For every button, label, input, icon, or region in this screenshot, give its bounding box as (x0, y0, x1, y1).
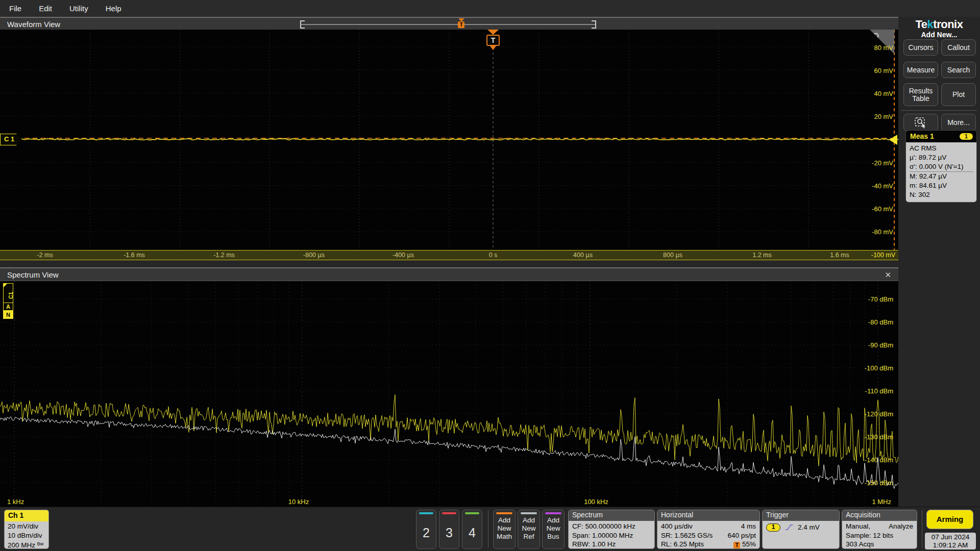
dbm-axis-label: -120 dBm (852, 410, 893, 418)
close-icon[interactable]: ✕ (885, 270, 891, 280)
dbm-axis-label: -150 dBm (852, 479, 893, 487)
spectrum-c1-flag: C1 (3, 283, 13, 303)
rising-edge-icon (785, 523, 793, 531)
spectrum-view-title: Spectrum View (7, 270, 59, 279)
x-axis-label: 400 µs (573, 252, 593, 259)
spectrum-plot[interactable]: C1 A N -70 dBm -80 dBm -90 dBm -100 dBm … (0, 281, 898, 507)
add-new-ref-button[interactable]: AddNewRef (518, 510, 540, 549)
x-axis-label: 1.2 ms (752, 252, 772, 259)
y-axis-label: 80 mV (852, 44, 893, 52)
cursors-button[interactable]: Cursors (903, 39, 938, 56)
waveform-trace-svg (0, 30, 898, 250)
meas1-count: N: 302 (910, 190, 973, 199)
horizontal-panel-body: 400 µs/div4 ms SR: 1.5625 GS/s640 ps/pt … (657, 521, 760, 549)
channel-3-button[interactable]: 3 (439, 510, 459, 549)
record-view-minimap[interactable]: T (300, 20, 596, 29)
x-axis-label: -1.6 ms (124, 252, 145, 259)
arming-status-button[interactable]: Arming (926, 510, 973, 529)
acquisition-settings-badge[interactable]: Acquisition Manual,Analyze Sample: 12 bi… (842, 510, 917, 549)
more-button[interactable]: More... (941, 114, 976, 131)
trigger-panel-body: 1 2.4 mV (763, 521, 839, 549)
channel-2-color-stripe (419, 512, 433, 514)
spectrum-view-titlebar: Spectrum View ✕ (0, 267, 898, 281)
y-axis-label: 40 mV (852, 90, 893, 97)
dbm-axis-label: -110 dBm (852, 387, 893, 395)
meas1-type: AC RMS (910, 144, 973, 153)
acquisition-panel-body: Manual,Analyze Sample: 12 bits 303 Acqs (842, 521, 917, 549)
x-axis-label: -400 µs (393, 252, 414, 259)
menu-help[interactable]: Help (106, 4, 121, 13)
menu-edit[interactable]: Edit (39, 4, 52, 13)
right-sidebar: Tektronix Add New... Cursors Callout Mea… (898, 17, 980, 507)
results-table-button[interactable]: Results Table (903, 83, 938, 106)
minimap-trigger-icon[interactable]: T (457, 18, 466, 28)
freq-axis-label: 10 kHz (288, 498, 309, 506)
x-axis-label: 800 µs (663, 252, 682, 259)
measure-button[interactable]: Measure (903, 62, 938, 78)
add-new-math-button[interactable]: AddNewMath (493, 510, 516, 549)
trigger-source-badge: 1 (766, 523, 780, 532)
spectrum-settings-badge[interactable]: Spectrum CF: 500.000000 kHz Span: 1.0000… (568, 510, 655, 549)
channel-1-settings-badge[interactable]: Ch 1 20 mV/div 10 dBm/div 200 MHz Bw (4, 510, 49, 549)
average-trace-badge[interactable]: A (3, 303, 13, 311)
meas1-title: Meas 1 (910, 132, 934, 140)
y-axis-label: -40 mV (852, 182, 893, 190)
add-new-bus-button[interactable]: AddNewBus (542, 510, 565, 549)
x-axis-label: 1.6 ms (830, 252, 849, 259)
y-axis-label: -60 mV (852, 205, 893, 213)
waveform-view-title: Waveform View (7, 20, 60, 29)
waveform-plot[interactable]: T C 1 80 mV 60 mV 40 mV 20 mV -20 mV -40… (0, 30, 898, 250)
dbm-axis-label: -100 dBm (852, 364, 893, 372)
acquisition-panel-title: Acquisition (842, 510, 917, 521)
menu-file[interactable]: File (9, 4, 21, 13)
datetime-badge: 07 Jun 2024 1:09:12 AM (925, 533, 976, 549)
channel-4-button[interactable]: 4 (462, 510, 482, 549)
zoom-box-button[interactable] (903, 114, 938, 131)
channel-1-label: Ch 1 (5, 510, 48, 521)
channel-4-color-stripe (465, 512, 479, 514)
bottom-bar: Ch 1 20 mV/div 10 dBm/div 200 MHz Bw 2 3… (0, 507, 980, 551)
meas1-count-pill: 1 (960, 133, 973, 140)
meas1-stddev: σ': 0.000 V (N'=1) (910, 162, 973, 172)
bandwidth-suffix: Bw (37, 541, 44, 546)
freq-axis-label: 1 kHz (7, 498, 24, 506)
menu-utility[interactable]: Utility (69, 4, 88, 13)
meas1-max: M: 92.47 µV (910, 172, 973, 181)
y-axis-label: -80 mV (852, 228, 893, 236)
search-button[interactable]: Search (941, 62, 976, 78)
menu-bar: File Edit Utility Help (0, 0, 980, 17)
normal-trace-badge[interactable]: N (3, 311, 13, 319)
channel-1-level-arrow[interactable] (889, 135, 897, 145)
meas1-badge[interactable]: Meas 1 1 AC RMS µ': 89.72 µV σ': 0.000 V… (905, 130, 977, 203)
date-label: 07 Jun 2024 (925, 533, 976, 541)
minimap-line (301, 24, 595, 25)
x-axis-label: 0 s (489, 252, 498, 259)
y-axis-label: 20 mV (852, 113, 893, 120)
channel-1-settings: 20 mV/div 10 dBm/div 200 MHz Bw (5, 521, 48, 549)
spectrum-channel-badge[interactable]: C1 A N (3, 283, 13, 319)
tektronix-logo: Tektronix (898, 18, 980, 31)
spectrum-trace-svg (0, 281, 898, 507)
trigger-position-marker[interactable]: T (482, 30, 504, 50)
freq-axis-label: 100 kHz (584, 498, 608, 506)
plot-button[interactable]: Plot (941, 83, 976, 106)
freq-axis-label: 1 MHz (872, 498, 891, 506)
meas1-mean: µ': 89.72 µV (910, 153, 973, 162)
spectrum-panel-title: Spectrum (569, 510, 654, 521)
dbm-axis-label: -70 dBm (852, 295, 893, 303)
dbm-axis-label: -90 dBm (852, 341, 893, 349)
bottom-divider (488, 510, 488, 548)
horizontal-settings-badge[interactable]: Horizontal 400 µs/div4 ms SR: 1.5625 GS/… (657, 510, 760, 549)
x-axis-label: -1.2 ms (213, 252, 235, 259)
trigger-t-icon: T (486, 35, 500, 46)
trigger-settings-badge[interactable]: Trigger 1 2.4 mV (762, 510, 840, 549)
time-axis-bar[interactable]: -2 ms -1.6 ms -1.2 ms -800 µs -400 µs 0 … (0, 250, 898, 260)
bottom-divider (922, 510, 922, 548)
channel-2-button[interactable]: 2 (416, 510, 436, 549)
meas1-header: Meas 1 1 (906, 131, 976, 142)
meas1-body: AC RMS µ': 89.72 µV σ': 0.000 V (N'=1) M… (906, 142, 976, 202)
dbm-axis-label: -140 dBm (852, 456, 893, 464)
trigger-position-icon: T (733, 542, 740, 548)
meas1-min: m: 84.61 µV (910, 181, 973, 190)
callout-button[interactable]: Callout (941, 39, 976, 56)
